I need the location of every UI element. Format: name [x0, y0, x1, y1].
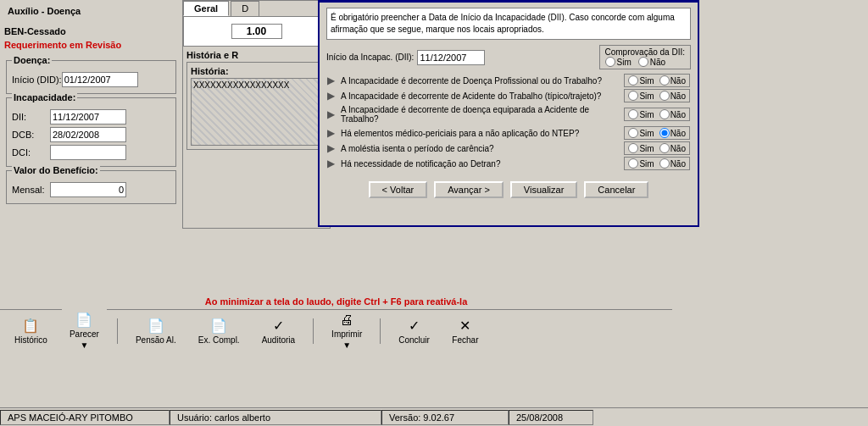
- nao-label-1[interactable]: Não: [659, 91, 686, 101]
- toolbar-historico[interactable]: 📋 Histórico: [7, 315, 55, 347]
- comprovacao-nao-label[interactable]: Não: [638, 57, 665, 67]
- parecer-icon: 📄: [75, 312, 92, 328]
- question-icon-4: ▶: [327, 142, 335, 154]
- tab-bar: Geral D: [183, 1, 330, 16]
- value-display-container: 1.00: [187, 24, 326, 39]
- sim-radio-2[interactable]: [628, 109, 638, 119]
- question-row-2: ▶ A Incapacidade é decorrente de doença …: [326, 103, 691, 125]
- visualizar-button[interactable]: Visualizar: [510, 181, 578, 198]
- sim-label-1[interactable]: Sim: [628, 91, 654, 101]
- incapacidade-group-title: Incapacidade:: [12, 92, 77, 102]
- inicio-did-input[interactable]: [62, 72, 138, 87]
- avancar-button[interactable]: Avançar >: [434, 181, 504, 198]
- incapacidade-group: Incapacidade: DII: DCB: DCI:: [6, 97, 176, 167]
- question-icon-5: ▶: [327, 158, 335, 169]
- auditoria-label: Auditoria: [262, 335, 295, 345]
- sim-radio-4[interactable]: [628, 143, 638, 153]
- question-text-5: Há necessidade de notificação ao Detran?: [340, 156, 623, 171]
- sim-label-3[interactable]: Sim: [628, 128, 654, 138]
- toolbar-excompl[interactable]: 📄 Ex. Compl.: [191, 315, 248, 347]
- status-bar: APS MACEIÓ-ARY PITOMBO Usuário: carlos a…: [0, 407, 868, 426]
- question-options-4: Sim Não: [624, 141, 690, 155]
- question-text-0: A Incapacidade é decorrente de Doença Pr…: [340, 73, 623, 88]
- dii-label: DII:: [12, 112, 50, 122]
- auditoria-icon: ✓: [273, 318, 284, 334]
- mensal-row: Mensal:: [12, 182, 170, 197]
- question-text-2: A Incapacidade é decorrente de doença eq…: [340, 103, 623, 125]
- tab-geral[interactable]: Geral: [183, 1, 229, 16]
- window-title: Auxílio - Doença: [4, 4, 178, 18]
- sim-label-4[interactable]: Sim: [628, 143, 654, 153]
- ben-status: BEN-Cessado: [4, 26, 178, 36]
- status-usuario: Usuário: carlos alberto: [170, 410, 381, 425]
- sim-radio-0[interactable]: [628, 75, 638, 86]
- nao-radio-1[interactable]: [659, 91, 670, 101]
- valor-beneficio-group: Valor do Benefício: Mensal:: [6, 170, 176, 204]
- toolbar-pensao[interactable]: 📄 Pensão Al.: [128, 315, 184, 347]
- historia-content: XXXXXXXXXXXXXXXXX: [191, 78, 322, 146]
- nao-radio-0[interactable]: [659, 75, 670, 86]
- comprovacao-options: Sim Não: [605, 57, 666, 67]
- concluir-label: Concluir: [398, 335, 430, 345]
- inicio-incapac-input[interactable]: [417, 50, 485, 65]
- question-row-4: ▶ A moléstia isenta o período de carênci…: [326, 141, 691, 156]
- nao-radio-4[interactable]: [659, 143, 670, 153]
- question-options-3: Sim Não: [624, 126, 690, 140]
- comprovacao-sim-label[interactable]: Sim: [605, 57, 632, 67]
- sim-label-5[interactable]: Sim: [628, 158, 654, 169]
- pensao-label: Pensão Al.: [136, 335, 176, 345]
- question-options-1: Sim Não: [624, 89, 690, 102]
- sim-radio-5[interactable]: [628, 158, 638, 169]
- voltar-button[interactable]: < Voltar: [369, 181, 428, 198]
- question-options-2: Sim Não: [624, 108, 690, 121]
- sim-label-0[interactable]: Sim: [628, 75, 654, 86]
- comprovacao-sim-radio[interactable]: [605, 57, 615, 67]
- sim-radio-1[interactable]: [628, 91, 638, 101]
- dci-input[interactable]: [50, 145, 126, 160]
- status-aps: APS MACEIÓ-ARY PITOMBO: [0, 410, 170, 425]
- toolbar-fechar[interactable]: ✕ Fechar: [444, 315, 487, 347]
- dialog: É obrigatório preencher a Data de Início…: [318, 0, 699, 227]
- inicio-did-label: Início (DID):: [12, 75, 62, 85]
- doenca-group: Doença: Início (DID):: [6, 60, 176, 94]
- tab-d[interactable]: D: [231, 1, 259, 16]
- dcb-input[interactable]: [50, 127, 126, 142]
- info-bar: Ao minimizar a tela do laudo, digite Ctr…: [0, 294, 672, 309]
- imprimir-arrow: ▼: [342, 340, 351, 350]
- mensal-input[interactable]: [50, 182, 126, 197]
- question-icon-1: ▶: [327, 90, 335, 102]
- nao-radio-2[interactable]: [659, 109, 670, 119]
- sep3: [380, 318, 381, 344]
- excompl-icon: 📄: [210, 318, 227, 334]
- sim-radio-3[interactable]: [628, 128, 638, 138]
- mensal-label: Mensal:: [12, 185, 50, 195]
- toolbar-parecer[interactable]: 📄 Parecer ▼: [62, 309, 107, 352]
- cancelar-button[interactable]: Cancelar: [584, 181, 648, 198]
- toolbar-concluir[interactable]: ✓ Concluir: [391, 315, 437, 347]
- doenca-group-title: Doença:: [12, 55, 52, 65]
- comprovacao-group: Comprovação da DII: Sim Não: [599, 45, 692, 69]
- nao-radio-3[interactable]: [659, 128, 670, 138]
- sim-label-2[interactable]: Sim: [628, 109, 654, 119]
- question-text-1: A Incapacidade é decorrente de Acidente …: [340, 88, 623, 103]
- historia-section-label: História:: [191, 66, 322, 76]
- question-row-1: ▶ A Incapacidade é decorrente de Acident…: [326, 88, 691, 103]
- question-options-5: Sim Não: [624, 157, 690, 170]
- question-text-3: Há elementos médico-periciais para a não…: [340, 125, 623, 141]
- toolbar-auditoria[interactable]: ✓ Auditoria: [254, 315, 303, 347]
- requerimento-status: Requerimento em Revisão: [4, 40, 178, 50]
- nao-label-3[interactable]: Não: [659, 128, 686, 138]
- tab-content-geral: 1.00: [183, 16, 330, 47]
- nao-label-2[interactable]: Não: [659, 109, 686, 119]
- dialog-info-text: É obrigatório preencher a Data de Início…: [326, 8, 691, 40]
- question-options-0: Sim Não: [624, 74, 690, 87]
- toolbar-imprimir[interactable]: 🖨 Imprimir ▼: [324, 310, 370, 352]
- nao-label-4[interactable]: Não: [659, 143, 686, 153]
- nao-label-5[interactable]: Não: [659, 158, 686, 169]
- nao-radio-5[interactable]: [659, 158, 670, 169]
- nao-label-0[interactable]: Não: [659, 75, 686, 86]
- status-data: 25/08/2008: [509, 410, 593, 425]
- comprovacao-nao-radio[interactable]: [638, 57, 648, 67]
- dii-input[interactable]: [50, 109, 126, 124]
- main-window: Auxílio - Doença BEN-Cessado Requeriment…: [0, 0, 868, 390]
